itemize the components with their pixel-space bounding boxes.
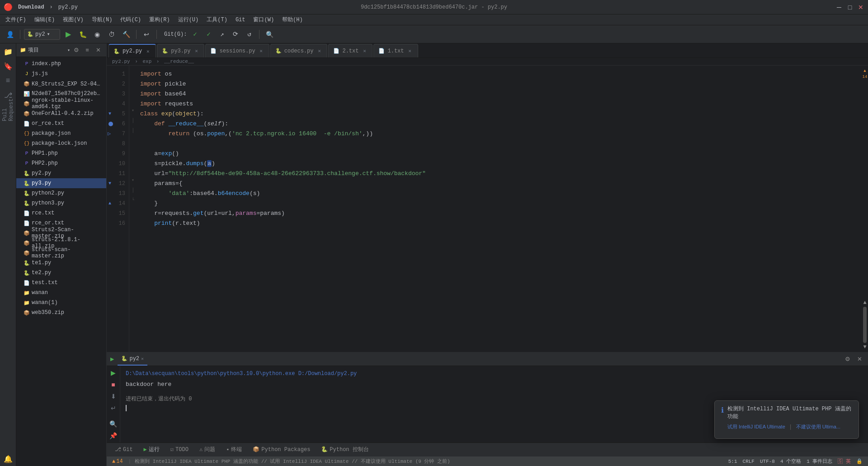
tab-2txt-close[interactable]: ✕ — [361, 48, 368, 54]
fold-5[interactable]: ▾ — [129, 105, 137, 115]
tab-2txt[interactable]: 📄 2.txt ✕ — [328, 44, 373, 57]
run-wrap-btn[interactable]: ↵ — [108, 403, 118, 413]
project-dropdown-arrow[interactable]: ▾ — [67, 48, 70, 53]
notification-action-2[interactable]: 不建议使用 Ultima... — [796, 423, 840, 430]
file-item-or-rce[interactable]: 📄 or_rce.txt — [16, 119, 106, 128]
file-item-package-lock-json[interactable]: {} package-lock.json — [16, 138, 106, 148]
file-item-te1[interactable]: 🐍 te1.py — [16, 258, 106, 268]
menu-view[interactable]: 视图(V) — [59, 15, 87, 24]
menu-run[interactable]: 运行(U) — [175, 15, 203, 24]
close-button[interactable]: ✕ — [857, 4, 864, 11]
sidebar-notifications-icon[interactable]: 🔔 — [1, 452, 15, 466]
tab-py3-close[interactable]: ✕ — [193, 48, 199, 54]
file-item-index-php[interactable]: P index.php — [16, 59, 106, 69]
run-close-btn[interactable]: ✕ — [854, 354, 864, 364]
bottom-tab-console[interactable]: 🐍 Python 控制台 — [316, 444, 373, 455]
file-item-wanan[interactable]: 📁 wanan — [16, 288, 106, 298]
file-item-python3[interactable]: 🐍 python3.py — [16, 198, 106, 208]
file-item-py2[interactable]: 🐍 py2.py — [16, 168, 106, 178]
file-item-package-json[interactable]: {} package.json — [16, 128, 106, 138]
bottom-tab-problems[interactable]: ⚠ 问题 — [195, 444, 220, 455]
file-tree-collapse-btn[interactable]: ≡ — [83, 46, 92, 55]
tab-py3[interactable]: 🐍 py3.py ✕ — [157, 44, 204, 57]
status-lock-icon[interactable]: 🔒 — [854, 458, 864, 464]
profile-run-button[interactable]: ⏱ — [105, 28, 118, 41]
file-item-k8-rar[interactable]: 📦 K8_Struts2_EXP S2-045 & 任意文件上传 2017031… — [16, 79, 106, 89]
run-pin-btn[interactable]: 📌 — [108, 431, 118, 441]
status-ime[interactable]: 🇸 英 — [836, 458, 853, 465]
status-indent[interactable]: 4 个空格 — [778, 458, 803, 465]
menu-tools[interactable]: 工具(T) — [203, 15, 231, 24]
build-button[interactable]: 🔨 — [120, 28, 132, 41]
profile-button[interactable]: 👤 — [4, 28, 16, 41]
file-item-php2[interactable]: P PHP2.php — [16, 158, 106, 168]
bottom-tab-terminal[interactable]: ▪ 终端 — [222, 444, 246, 455]
tab-py2[interactable]: 🐍 py2.py ✕ — [108, 44, 156, 57]
menu-window[interactable]: 窗口(W) — [250, 15, 278, 24]
status-notification-count[interactable]: 1 事件日志 — [805, 458, 834, 465]
file-tree-close-btn[interactable]: ✕ — [94, 46, 103, 55]
git-pull-icon[interactable]: ↗ — [216, 28, 228, 41]
tab-codecs-close[interactable]: ✕ — [316, 48, 322, 54]
menu-code[interactable]: 代码(C) — [117, 15, 145, 24]
editor-scrollbar[interactable]: ▲ 14 ▲ ▼ — [862, 66, 868, 352]
file-item-js-js[interactable]: J js.js — [16, 69, 106, 79]
maximize-button[interactable]: □ — [846, 4, 854, 11]
run-button[interactable]: ▶ — [62, 28, 75, 41]
minimize-button[interactable]: ─ — [835, 4, 843, 11]
tab-sessions-close[interactable]: ✕ — [258, 48, 264, 54]
file-item-oneforall[interactable]: 📦 OneForAll-0.4.2.zip — [16, 109, 106, 119]
sidebar-pullrequest-icon[interactable]: Pull Request — [1, 103, 15, 117]
tab-1txt[interactable]: 📄 1.txt ✕ — [373, 44, 418, 57]
coverage-button[interactable]: ◉ — [91, 28, 104, 41]
file-item-wanan1[interactable]: 📁 wanan(1) — [16, 298, 106, 308]
tab-py2-close[interactable]: ✕ — [145, 48, 151, 54]
notification-action-1[interactable]: 试用 IntelliJ IDEA Ultimate — [727, 423, 785, 430]
sidebar-structure-icon[interactable]: ≡ — [1, 74, 15, 88]
file-item-python2[interactable]: 🐍 python2.py — [16, 188, 106, 198]
menu-git[interactable]: Git — [232, 16, 249, 24]
fold-12[interactable]: ▾ — [129, 175, 137, 185]
git-push-icon[interactable]: ✓ — [202, 28, 215, 41]
status-line-sep[interactable]: CRLF — [741, 459, 756, 464]
run-tab-py2[interactable]: 🐍 py2 ✕ — [118, 353, 147, 366]
menu-navigate[interactable]: 导航(N) — [88, 15, 116, 24]
git-undo-icon[interactable]: ↺ — [243, 28, 255, 41]
status-encoding[interactable]: UTF-8 — [758, 459, 777, 464]
file-item-web350[interactable]: 📦 web350.zip — [16, 308, 106, 318]
tab-codecs[interactable]: 🐍 codecs.py ✕ — [270, 44, 328, 57]
bottom-tab-run[interactable]: ▶ 运行 — [139, 444, 164, 455]
rollback-button[interactable]: ↩ — [140, 28, 153, 41]
run-stop-btn[interactable]: ■ — [108, 380, 118, 390]
file-item-php1[interactable]: P PHP1.php — [16, 148, 106, 158]
status-warning[interactable]: ▲ 14 — [110, 456, 125, 466]
file-item-te2[interactable]: 🐍 te2.py — [16, 268, 106, 278]
file-item-test[interactable]: 📄 test.txt — [16, 278, 106, 288]
run-settings-btn[interactable]: ⚙ — [843, 354, 853, 364]
status-position[interactable]: 5:1 — [726, 459, 739, 464]
code-editor[interactable]: import os import pickle import base64 im… — [137, 66, 862, 352]
file-item-py3[interactable]: 🐍 py3.py — [16, 178, 106, 188]
menu-file[interactable]: 文件(F) — [2, 15, 30, 24]
sidebar-project-icon[interactable]: 📁 — [1, 45, 15, 59]
run-filter-btn[interactable]: 🔍 — [108, 419, 118, 429]
sidebar-bookmarks-icon[interactable]: 🔖 — [1, 60, 15, 73]
file-tree-settings-btn[interactable]: ⚙ — [72, 46, 81, 55]
menu-edit[interactable]: 编辑(E) — [31, 15, 59, 24]
run-scroll-btn[interactable]: ⬇ — [108, 391, 118, 401]
scrollbar-thumb[interactable] — [863, 307, 867, 343]
run-config-dropdown[interactable]: 🐍 py2 ▾ — [24, 29, 60, 40]
tab-1txt-close[interactable]: ✕ — [407, 48, 413, 54]
file-item-ngrok[interactable]: 📦 ngrok-stable-linux-amd64.tgz — [16, 99, 106, 109]
debug-button[interactable]: 🐛 — [76, 28, 89, 41]
scroll-down-btn[interactable]: ▼ — [863, 344, 866, 350]
bottom-tab-git[interactable]: ⎇ Git — [110, 444, 137, 455]
bottom-tab-todo[interactable]: ☑ TODO — [166, 444, 193, 455]
run-tab-close[interactable]: ✕ — [141, 356, 144, 361]
search-button[interactable]: 🔍 — [263, 28, 276, 41]
tab-sessions[interactable]: 📄 sessions.py ✕ — [205, 44, 269, 57]
scroll-up-btn[interactable]: ▲ — [863, 300, 866, 306]
run-play-btn[interactable]: ▶ — [108, 368, 118, 378]
menu-refactor[interactable]: 重构(R) — [146, 15, 174, 24]
file-item-rce[interactable]: 📄 rce.txt — [16, 208, 106, 218]
